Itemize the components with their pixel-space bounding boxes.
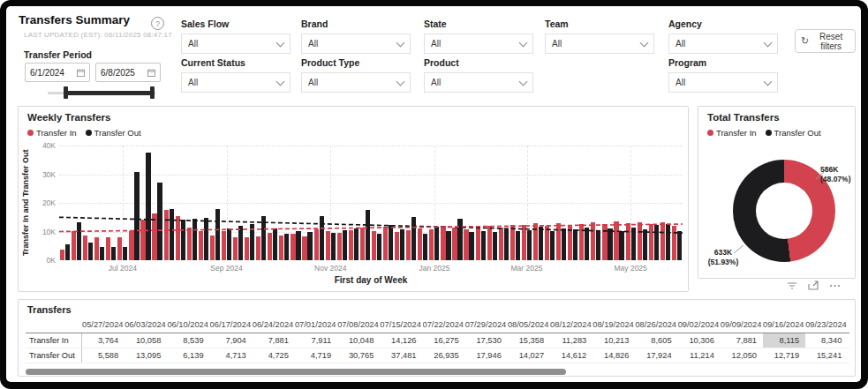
filter-dropdown-product-type[interactable]: All	[301, 72, 411, 93]
table-header-cell[interactable]: 08/05/2024	[508, 318, 550, 333]
bar-transfer-out[interactable]	[585, 228, 589, 260]
bar-transfer-out[interactable]	[619, 231, 623, 260]
table-header-cell[interactable]: 08/19/2024	[593, 318, 635, 333]
bar-transfer-in[interactable]	[256, 236, 260, 260]
table-cell[interactable]: 14,027	[508, 348, 550, 363]
legend-item-transfer-out[interactable]: Transfer Out	[766, 128, 821, 138]
table-cell[interactable]: 11,214	[678, 348, 721, 363]
bar-transfer-out[interactable]	[111, 247, 116, 260]
bar-transfer-out[interactable]	[562, 228, 566, 260]
bar-transfer-out[interactable]	[434, 227, 439, 260]
bar-transfer-in[interactable]	[314, 229, 319, 260]
bar-transfer-in[interactable]	[349, 230, 353, 260]
bar-transfer-in[interactable]	[302, 236, 306, 260]
table-header-cell[interactable]: 09/09/2024	[721, 318, 763, 333]
table-header-cell[interactable]: 09/16/2024	[763, 318, 805, 333]
bar-transfer-in[interactable]	[140, 220, 145, 260]
table-cell[interactable]: 8,340	[805, 333, 848, 348]
table-cell[interactable]: 17,924	[635, 348, 677, 363]
bar-transfer-in[interactable]	[383, 227, 388, 260]
table-cell[interactable]: 6,139	[167, 348, 209, 363]
bar-transfer-in[interactable]	[395, 232, 399, 260]
bar-transfer-out[interactable]	[493, 232, 497, 260]
bar-transfer-in[interactable]	[568, 225, 572, 260]
bar-transfer-out[interactable]	[573, 229, 577, 260]
bar-transfer-in[interactable]	[372, 231, 376, 260]
bar-transfer-out[interactable]	[539, 227, 543, 260]
bar-transfer-out[interactable]	[192, 219, 197, 260]
table-cell[interactable]: 8,539	[167, 333, 209, 348]
filter-dropdown-agency[interactable]: All	[668, 34, 778, 54]
bar-transfer-out[interactable]	[400, 229, 404, 260]
table-header-cell[interactable]: 08/12/2024	[550, 318, 593, 333]
bar-transfer-out[interactable]	[596, 230, 600, 260]
bar-transfer-in[interactable]	[337, 233, 342, 260]
more-options-icon[interactable]	[829, 284, 841, 288]
bar-transfer-out[interactable]	[481, 231, 486, 260]
bar-transfer-out[interactable]	[238, 226, 243, 260]
table-header-cell[interactable]: 09/02/2024	[678, 318, 721, 333]
bar-transfer-out[interactable]	[250, 224, 254, 260]
bar-transfer-out[interactable]	[411, 217, 416, 260]
bar-transfer-out[interactable]	[377, 234, 381, 260]
date-range-slider[interactable]	[25, 86, 159, 100]
table-cell[interactable]: 14,126	[380, 333, 422, 348]
bar-transfer-out[interactable]	[77, 222, 81, 260]
bar-transfer-out[interactable]	[631, 228, 636, 260]
table-header-cell[interactable]: 05/27/2024	[82, 318, 125, 333]
filter-dropdown-brand[interactable]: All	[301, 34, 411, 54]
table-cell[interactable]: 4,725	[253, 348, 295, 363]
table-cell[interactable]: 30,765	[337, 348, 380, 363]
slider-selected-range[interactable]	[65, 91, 152, 95]
bar-transfer-out[interactable]	[331, 233, 336, 260]
filter-dropdown-program[interactable]: All	[668, 72, 778, 93]
bar-transfer-out[interactable]	[516, 231, 520, 260]
table-header-cell[interactable]: 07/08/2024	[337, 318, 380, 333]
bar-transfer-in[interactable]	[60, 250, 64, 260]
bar-transfer-out[interactable]	[527, 230, 532, 260]
bar-transfer-out[interactable]	[273, 228, 277, 260]
slider-handle-end[interactable]	[150, 86, 155, 99]
table-cell[interactable]: 10,058	[125, 333, 167, 348]
bar-transfer-out[interactable]	[100, 247, 104, 260]
table-header-cell[interactable]: 06/24/2024	[253, 318, 295, 333]
table-cell[interactable]: 11,283	[550, 333, 593, 348]
legend-item-transfer-out[interactable]: Transfer Out	[86, 128, 141, 138]
bar-transfer-out[interactable]	[457, 219, 462, 260]
bar-transfer-out[interactable]	[504, 229, 509, 260]
bar-transfer-in[interactable]	[176, 216, 180, 260]
bar-transfer-in[interactable]	[614, 221, 618, 260]
bar-transfer-in[interactable]	[129, 231, 133, 260]
slider-handle-start[interactable]	[64, 86, 68, 99]
table-cell[interactable]: 15,241	[805, 348, 848, 363]
bar-transfer-out[interactable]	[343, 230, 347, 260]
table-header-cell[interactable]: 06/10/2024	[167, 318, 209, 333]
table-cell[interactable]: 14,826	[593, 348, 635, 363]
table-header-cell[interactable]: 06/03/2024	[125, 318, 167, 333]
bar-transfer-out[interactable]	[654, 225, 659, 260]
bar-transfer-in[interactable]	[660, 222, 665, 260]
table-cell[interactable]: 10,306	[678, 333, 721, 348]
bar-transfer-in[interactable]	[210, 236, 215, 260]
table-header-cell[interactable]: 07/15/2024	[380, 318, 422, 333]
filter-dropdown-sales-flow[interactable]: All	[181, 34, 291, 54]
table-cell[interactable]: 17,530	[465, 333, 508, 348]
bar-transfer-in[interactable]	[279, 236, 283, 260]
filter-icon[interactable]	[787, 281, 797, 290]
table-header-cell[interactable]: 07/29/2024	[465, 318, 508, 333]
bar-transfer-out[interactable]	[284, 234, 289, 260]
table-row-label[interactable]: Transfer Out	[26, 348, 82, 363]
bar-transfer-in[interactable]	[672, 226, 676, 260]
bar-transfer-out[interactable]	[181, 220, 185, 260]
bar-transfer-in[interactable]	[487, 226, 492, 260]
table-header-cell[interactable]: 06/17/2024	[210, 318, 253, 333]
table-cell[interactable]: 7,881	[721, 333, 763, 348]
bar-transfer-out[interactable]	[366, 210, 370, 260]
bar-transfer-in[interactable]	[499, 228, 503, 260]
bar-transfer-in[interactable]	[164, 210, 169, 260]
bar-transfer-in[interactable]	[222, 231, 226, 260]
filter-dropdown-current-status[interactable]: All	[181, 72, 291, 93]
table-header-cell[interactable]: 07/22/2024	[423, 318, 465, 333]
bar-transfer-in[interactable]	[579, 224, 584, 260]
bar-transfer-in[interactable]	[245, 237, 249, 260]
